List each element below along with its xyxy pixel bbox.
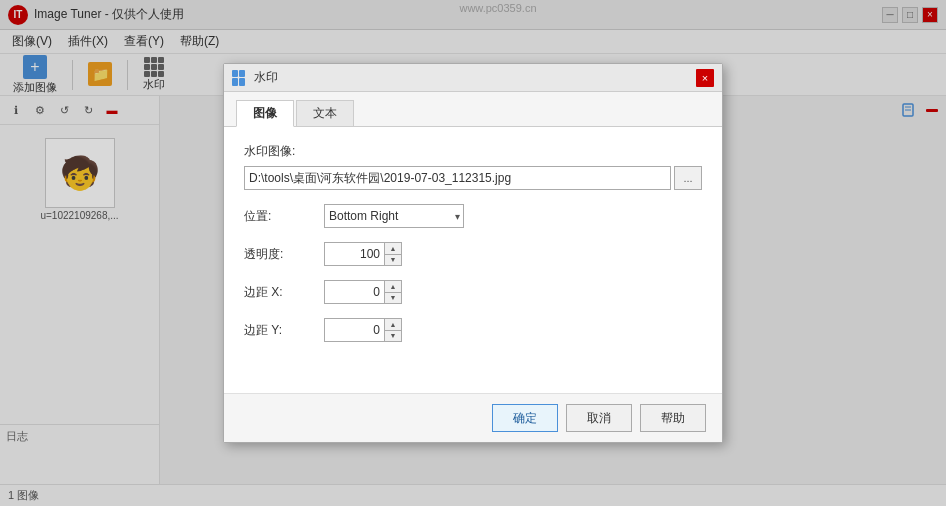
margin-y-spinner: ▲ ▼ — [324, 318, 402, 342]
opacity-label: 透明度: — [244, 246, 324, 263]
cancel-button[interactable]: 取消 — [566, 404, 632, 432]
tab-image[interactable]: 图像 — [236, 100, 294, 127]
margin-y-down-button[interactable]: ▼ — [385, 330, 401, 342]
watermark-dialog: 水印 × 图像 文本 水印图像: ... — [223, 63, 723, 443]
margin-y-row: 边距 Y: ▲ ▼ — [244, 318, 702, 342]
margin-x-spinner: ▲ ▼ — [324, 280, 402, 304]
dialog-title-icon — [232, 70, 248, 86]
margin-x-label: 边距 X: — [244, 284, 324, 301]
dialog-title-bar: 水印 × — [224, 64, 722, 92]
margin-x-input[interactable] — [324, 280, 384, 304]
app-window: IT Image Tuner - 仅供个人使用 www.pc0359.cn ─ … — [0, 0, 946, 506]
margin-y-input[interactable] — [324, 318, 384, 342]
position-label: 位置: — [244, 208, 324, 225]
margin-y-label: 边距 Y: — [244, 322, 324, 339]
dialog-body: 水印图像: ... 位置: Top Left Top Center — [224, 127, 722, 393]
opacity-input[interactable] — [324, 242, 384, 266]
opacity-spinner: ▲ ▼ — [324, 242, 402, 266]
confirm-button[interactable]: 确定 — [492, 404, 558, 432]
opacity-spinner-buttons: ▲ ▼ — [384, 242, 402, 266]
opacity-up-button[interactable]: ▲ — [385, 243, 401, 254]
dialog-close-button[interactable]: × — [696, 69, 714, 87]
position-select-container: Top Left Top Center Top Right Center Lef… — [324, 204, 464, 228]
watermark-image-label: 水印图像: — [244, 143, 702, 160]
position-row: 位置: Top Left Top Center Top Right Center… — [244, 204, 702, 228]
dialog-footer: 确定 取消 帮助 — [224, 393, 722, 442]
file-browse-button[interactable]: ... — [674, 166, 702, 190]
dialog-overlay: 水印 × 图像 文本 水印图像: ... — [0, 0, 946, 506]
margin-x-up-button[interactable]: ▲ — [385, 281, 401, 292]
margin-y-up-button[interactable]: ▲ — [385, 319, 401, 330]
margin-x-row: 边距 X: ▲ ▼ — [244, 280, 702, 304]
opacity-row: 透明度: ▲ ▼ — [244, 242, 702, 266]
position-select[interactable]: Top Left Top Center Top Right Center Lef… — [324, 204, 464, 228]
margin-x-spinner-buttons: ▲ ▼ — [384, 280, 402, 304]
margin-x-down-button[interactable]: ▼ — [385, 292, 401, 304]
help-button[interactable]: 帮助 — [640, 404, 706, 432]
dialog-tabs: 图像 文本 — [224, 92, 722, 127]
file-path-input[interactable] — [244, 166, 671, 190]
margin-y-spinner-buttons: ▲ ▼ — [384, 318, 402, 342]
dialog-title-text: 水印 — [254, 69, 696, 86]
file-path-container: ... — [244, 166, 702, 190]
tab-text[interactable]: 文本 — [296, 100, 354, 126]
opacity-down-button[interactable]: ▼ — [385, 254, 401, 266]
watermark-image-row: 水印图像: ... — [244, 143, 702, 190]
